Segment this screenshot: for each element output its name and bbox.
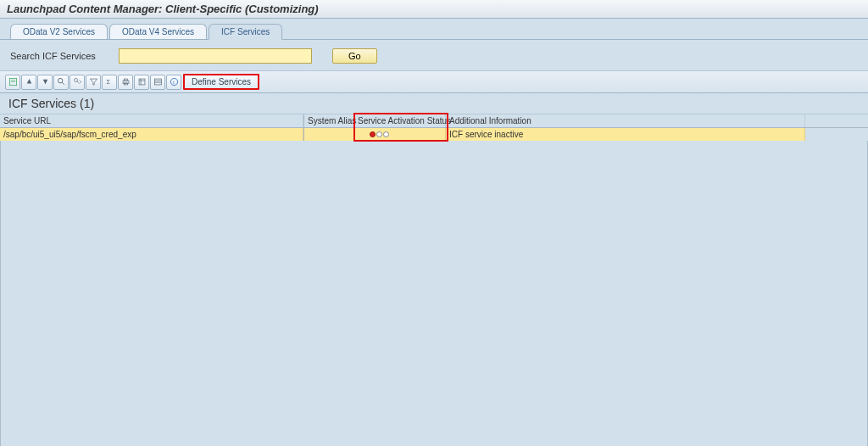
svg-marker-9 (90, 79, 97, 85)
search-input[interactable] (119, 48, 312, 64)
traffic-light-icon (370, 131, 389, 137)
col-service-url[interactable]: Service URL (0, 114, 303, 127)
define-services-button[interactable]: Define Services (183, 74, 259, 90)
svg-line-8 (76, 81, 78, 83)
svg-rect-14 (139, 79, 145, 85)
search-label: Search ICF Services (10, 51, 112, 61)
svg-text:Σ: Σ (106, 78, 110, 86)
total-icon[interactable]: Σ (102, 75, 117, 90)
tab-bar: OData V2 Services OData V4 Services ICF … (0, 19, 868, 40)
tab-odata-v4[interactable]: OData V4 Services (109, 24, 207, 39)
find-icon[interactable] (53, 75, 69, 90)
svg-line-6 (62, 82, 64, 85)
svg-rect-17 (154, 79, 161, 85)
svg-point-20 (170, 78, 177, 85)
tab-label: OData V2 Services (23, 27, 95, 36)
title-bar: Launchpad Content Manager: Client-Specif… (0, 0, 868, 19)
svg-point-5 (58, 78, 63, 83)
toolbar: Σ i Define Services (0, 70, 868, 93)
filter-icon[interactable] (86, 75, 101, 90)
svg-marker-4 (42, 80, 47, 85)
cell-system-alias (303, 128, 354, 141)
col-additional-info[interactable]: Additional Information (446, 114, 805, 127)
tab-label: OData V4 Services (122, 27, 194, 36)
cell-additional-info: ICF service inactive (446, 128, 805, 141)
svg-marker-3 (26, 79, 31, 84)
go-button[interactable]: Go (332, 48, 377, 64)
svg-text:i: i (173, 79, 174, 85)
find-next-icon[interactable] (70, 75, 85, 90)
cell-status (354, 128, 446, 141)
table-area: Service URL System Alias Service Activat… (0, 114, 868, 141)
list-heading: ICF Services (1) (0, 93, 868, 114)
tab-label: ICF Services (221, 27, 270, 36)
empty-area (0, 141, 868, 446)
sort-asc-icon[interactable] (21, 75, 36, 90)
info-icon[interactable]: i (166, 75, 181, 90)
col-status[interactable]: Service Activation Status (354, 114, 446, 127)
column-headers: Service URL System Alias Service Activat… (0, 114, 868, 128)
cell-service-url: /sap/bc/ui5_ui5/sap/fscm_cred_exp (0, 128, 303, 141)
svg-rect-12 (124, 79, 127, 81)
search-row: Search ICF Services Go (0, 40, 868, 70)
layout-icon[interactable] (150, 75, 165, 90)
sort-desc-icon[interactable] (37, 75, 53, 90)
details-icon[interactable] (5, 75, 20, 90)
col-system-alias[interactable]: System Alias (303, 114, 354, 127)
tab-icf-services[interactable]: ICF Services (209, 24, 282, 40)
print-icon[interactable] (118, 75, 133, 90)
table-row[interactable]: /sap/bc/ui5_ui5/sap/fscm_cred_exp ICF se… (0, 128, 868, 141)
export-icon[interactable] (134, 75, 149, 90)
tab-odata-v2[interactable]: OData V2 Services (10, 24, 108, 39)
page-title: Launchpad Content Manager: Client-Specif… (7, 3, 319, 15)
